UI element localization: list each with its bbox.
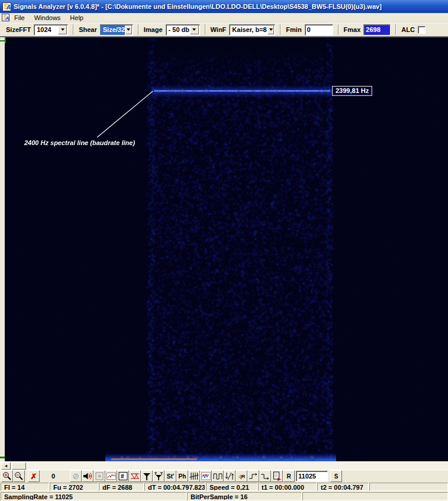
annotation-text: 2400 Hz spectral line (baudrate line) (24, 139, 135, 146)
step-up-button[interactable] (247, 470, 259, 482)
spectrum-view-button[interactable] (105, 470, 117, 482)
alc-label: ALC (401, 26, 415, 33)
speaker-icon (82, 471, 93, 481)
shear-label: Shear (79, 26, 97, 33)
app-window: S A Signals Analyzer [v 6.0.4.8]* - [C:\… (0, 0, 448, 501)
menu-bar: S A File Windows Help (0, 13, 448, 23)
fmax-input[interactable] (363, 24, 391, 36)
comb-filter-button[interactable] (188, 470, 200, 482)
chevron-down-icon[interactable] (58, 25, 67, 34)
short-term-fourier-button[interactable]: St' (165, 470, 176, 482)
frequency-ruler[interactable] (0, 37, 5, 461)
resample-button[interactable]: R (283, 470, 295, 482)
bottom-toolbar: ✗ 0 ⊘ # (0, 470, 448, 482)
title-bar[interactable]: S A Signals Analyzer [v 6.0.4.8]* - [C:\… (0, 0, 448, 13)
marker-button[interactable] (141, 470, 153, 482)
toolbar-separator (138, 24, 139, 35)
square-wave-icon (212, 471, 223, 481)
step-down-icon (260, 471, 270, 481)
status-dt: dT = 00:04.797.823 (144, 483, 205, 491)
chevron-down-icon[interactable] (190, 25, 199, 34)
image-select[interactable]: - 50 db (166, 24, 200, 36)
scroll-left-button[interactable]: ◄ (1, 463, 11, 470)
settings-toolbar: SizeFFT 1024 Shear Size/32 Image - 50 db… (0, 23, 448, 36)
spectrogram-panel: 2399,81 Hz 2400 Hz spectral line (baudra… (0, 36, 448, 461)
toolbar-separator (280, 24, 281, 35)
status-samplingrate: SamplingRate = 11025 (1, 492, 186, 500)
toolbar-separator (205, 24, 206, 35)
chevron-down-icon[interactable] (267, 25, 275, 34)
app-icon: S A (2, 2, 11, 11)
fmin-input[interactable] (305, 24, 333, 36)
chevron-down-icon[interactable] (125, 25, 132, 34)
status-bitpersample: BitPerSample = 16 (187, 492, 302, 500)
baudrate-marker-button[interactable]: ↓|R (236, 470, 247, 482)
alc-checkbox[interactable] (418, 26, 426, 34)
marker-down-t-icon (153, 471, 164, 481)
status-t1: t1 = 00:00.000 (258, 483, 317, 491)
zoom-in-button[interactable] (1, 470, 13, 482)
set-rate-button[interactable]: S (330, 470, 342, 482)
status-fu: Fu = 2702 (50, 483, 98, 491)
svg-text:#: # (121, 473, 124, 480)
rate-input[interactable] (296, 471, 328, 481)
status-df: dF = 2688 (99, 483, 144, 491)
image-label: Image (144, 26, 163, 33)
status-t2: t2 = 00:04.797 (317, 483, 369, 491)
numeric-view-button[interactable]: # (117, 470, 129, 482)
hash-chart-icon: # (118, 471, 128, 481)
wavelet-chart-icon (201, 471, 211, 481)
status-bar-primary: Fl = 14 Fu = 2702 dF = 2688 dT = 00:04.7… (0, 482, 448, 492)
stop-button[interactable] (94, 470, 105, 482)
winf-label: WinF (211, 26, 227, 33)
menu-windows[interactable]: Windows (30, 14, 66, 22)
fmax-label: Fmax (344, 26, 361, 33)
status-fl: Fl = 14 (1, 483, 49, 491)
shear-select[interactable]: Size/32 (100, 24, 133, 36)
zoom-out-button[interactable] (13, 470, 25, 482)
zoom-out-icon (14, 471, 24, 481)
spectrogram-canvas[interactable] (5, 37, 448, 461)
fmin-label: Fmin (286, 26, 301, 33)
wavelet-view-button[interactable] (200, 470, 212, 482)
menu-file[interactable]: File (9, 14, 30, 22)
frequency-marker-tick (0, 457, 5, 458)
toolbar-separator (395, 24, 397, 35)
scrollbar-thumb[interactable] (12, 463, 26, 470)
marker-down-icon (141, 471, 152, 481)
phase-view-button[interactable]: Ph (176, 470, 188, 482)
stop-icon (94, 471, 105, 481)
window-title: Signals Analyzer [v 6.0.4.8]* - [C:\Doku… (14, 3, 382, 10)
audio-play-button[interactable] (82, 470, 94, 482)
step-up-icon (248, 471, 259, 481)
frequency-marker-label[interactable]: 2399,81 Hz (332, 86, 372, 96)
shear-value: Size/32 (101, 25, 125, 35)
document-icon[interactable]: S A (2, 14, 9, 21)
image-value: - 50 db (166, 25, 189, 35)
menu-help[interactable]: Help (65, 14, 88, 22)
sizefft-label: SizeFFT (6, 26, 31, 33)
status-filler (302, 492, 448, 500)
zoom-in-icon (2, 471, 12, 481)
status-filler (369, 483, 448, 491)
marker-t-button[interactable] (153, 470, 165, 482)
comb-icon (189, 471, 199, 481)
sizefft-select[interactable]: 1024 (34, 24, 68, 36)
winf-value: Kaiser, b=8 (230, 25, 266, 35)
step-down-button[interactable] (259, 470, 271, 482)
envelope-view-button[interactable] (129, 470, 141, 482)
status-bar-secondary: SamplingRate = 11025 BitPerSample = 16 (0, 492, 448, 501)
square-wave-button[interactable] (212, 470, 224, 482)
report-doc-icon (272, 471, 282, 481)
horizontal-scrollbar[interactable]: ◄ (0, 461, 448, 470)
time-freq-icon (224, 471, 235, 481)
delete-button[interactable]: ✗ (28, 470, 40, 482)
no-entry-button[interactable]: ⊘ (70, 470, 82, 482)
sizefft-value: 1024 (34, 25, 57, 35)
time-freq-toggle-button[interactable] (224, 470, 236, 482)
frequency-marker-tick (0, 40, 6, 41)
report-button[interactable] (271, 470, 283, 482)
winf-select[interactable]: Kaiser, b=8 (229, 24, 275, 36)
toolbar-separator (338, 24, 339, 35)
toolbar-separator (73, 24, 74, 35)
